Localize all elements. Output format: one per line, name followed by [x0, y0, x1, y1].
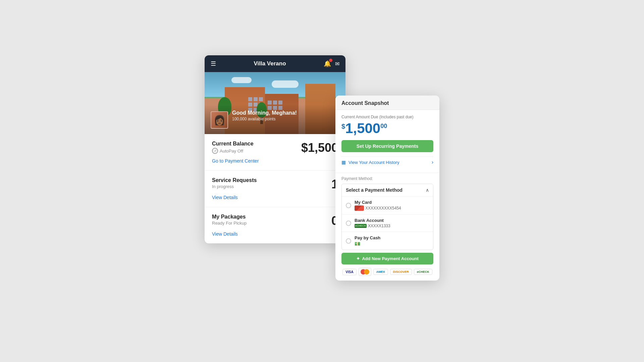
notification-bell[interactable]: 🔔 — [324, 60, 331, 67]
payment-method-section: Payment Method: Select a Payment Method … — [335, 173, 439, 281]
amount-dollar-sign: $ — [341, 123, 345, 130]
hero-banner: 👩🏾 Good Morning, Meghana! 100,000 availa… — [205, 72, 345, 134]
notification-badge — [329, 59, 332, 62]
current-balance-title: Current Balance — [212, 141, 254, 147]
amount-due-label: Current Amount Due (Includes past due) — [341, 115, 433, 119]
hero-points: 100,000 available points — [211, 117, 339, 121]
balance-amount: $1,500 — [301, 141, 338, 155]
payment-option-card-content: My Card XXXXXXXXXX5454 — [355, 200, 429, 211]
amount-due-value: $ 1,500 00 — [341, 121, 433, 135]
account-snapshot-panel: Account Snapshot Current Amount Due (Inc… — [335, 96, 439, 281]
app-header: ☰ Villa Verano 🔔 ✉ — [205, 55, 345, 72]
setup-recurring-button[interactable]: Set Up Recurring Payments — [341, 140, 433, 152]
current-balance-section: Current Balance ↺ AutoPay Off $1,500 Go … — [205, 134, 345, 171]
card-chip-icon — [355, 205, 364, 211]
plus-icon: ✦ — [356, 256, 360, 261]
my-packages-section: My Packages Ready For Pickup 0 View Deta… — [205, 207, 345, 243]
cash-option-name: Pay by Cash — [355, 235, 429, 240]
radio-card — [346, 203, 351, 208]
discover-logo: DISCOVER — [390, 269, 412, 275]
payment-dropdown-title: Select a Payment Method — [346, 187, 402, 193]
bank-option-detail: eCHECK XXXXX1333 — [355, 224, 429, 228]
bank-option-name: Bank Account — [355, 218, 429, 223]
autopay-icon: ↺ — [212, 148, 218, 154]
card-option-name: My Card — [355, 200, 429, 205]
payment-option-bank[interactable]: Bank Account eCHECK XXXXX1333 — [342, 215, 433, 232]
amount-main: 1,500 — [345, 121, 380, 135]
snapshot-title: Account Snapshot — [341, 100, 433, 106]
payment-option-card[interactable]: My Card XXXXXXXXXX5454 — [342, 196, 433, 215]
mail-icon[interactable]: ✉ — [335, 61, 339, 67]
payment-options-list: My Card XXXXXXXXXX5454 Bank Account — [342, 196, 433, 250]
service-requests-title: Service Requests — [212, 177, 257, 183]
amount-cents: 00 — [380, 123, 387, 130]
echeck-logo: eCHECK — [414, 269, 432, 275]
card-number: XXXXXXXXXX5454 — [365, 206, 401, 210]
radio-bank — [346, 221, 351, 226]
hero-text: Good Morning, Meghana! 100,000 available… — [211, 110, 339, 121]
payment-dropdown: Select a Payment Method ∧ My Card XXXXXX… — [341, 184, 433, 250]
payment-option-bank-content: Bank Account eCHECK XXXXX1333 — [355, 218, 429, 228]
mobile-app-card: ☰ Villa Verano 🔔 ✉ — [205, 55, 345, 243]
amex-logo: AMEX — [373, 269, 388, 275]
radio-cash — [346, 238, 351, 244]
cash-option-detail: 💵 — [355, 241, 429, 246]
account-history-row[interactable]: ▦ View Your Account History › — [341, 156, 433, 168]
add-payment-button[interactable]: ✦ Add New Payment Account — [341, 253, 433, 264]
payment-option-cash-content: Pay by Cash 💵 — [355, 235, 429, 246]
snapshot-body: Current Amount Due (Includes past due) $… — [335, 110, 439, 173]
card-option-detail: XXXXXXXXXX5454 — [355, 205, 429, 211]
payment-dropdown-header[interactable]: Select a Payment Method ∧ — [342, 184, 433, 196]
hero-overlay: 👩🏾 Good Morning, Meghana! 100,000 availa… — [205, 105, 345, 134]
autopay-label: AutoPay Off — [220, 148, 243, 154]
bank-chip-icon: eCHECK — [355, 224, 367, 228]
header-icons: 🔔 ✉ — [324, 60, 339, 67]
visa-logo: VISA — [342, 269, 356, 275]
service-requests-subtitle: In progress — [212, 184, 257, 189]
payment-logos: VISA AMEX DISCOVER eCHECK — [341, 268, 433, 276]
app-title: Villa Verano — [216, 60, 324, 67]
payment-method-label: Payment Method: — [341, 176, 433, 181]
account-history-label: View Your Account History — [348, 160, 399, 165]
cash-icon: 💵 — [355, 241, 360, 246]
bank-number: XXXXX1333 — [368, 224, 390, 228]
my-packages-subtitle: Ready For Pickup — [212, 221, 247, 226]
chevron-right-icon: › — [432, 159, 433, 165]
add-payment-label: Add New Payment Account — [362, 256, 419, 261]
snapshot-header: Account Snapshot — [335, 96, 439, 110]
mastercard-logo — [359, 268, 371, 276]
go-to-payment-center-link[interactable]: Go to Payment Center — [212, 158, 338, 164]
hamburger-icon[interactable]: ☰ — [211, 60, 216, 67]
history-icon: ▦ — [341, 160, 346, 165]
hero-greeting: Good Morning, Meghana! — [211, 110, 339, 116]
account-history-left: ▦ View Your Account History — [341, 160, 399, 165]
my-packages-title: My Packages — [212, 214, 247, 220]
payment-option-cash[interactable]: Pay by Cash 💵 — [342, 232, 433, 250]
chevron-up-icon: ∧ — [426, 187, 429, 193]
my-packages-view-details-link[interactable]: View Details — [212, 231, 338, 237]
service-requests-view-details-link[interactable]: View Details — [212, 195, 338, 200]
service-requests-section: Service Requests In progress 1 View Deta… — [205, 171, 345, 207]
